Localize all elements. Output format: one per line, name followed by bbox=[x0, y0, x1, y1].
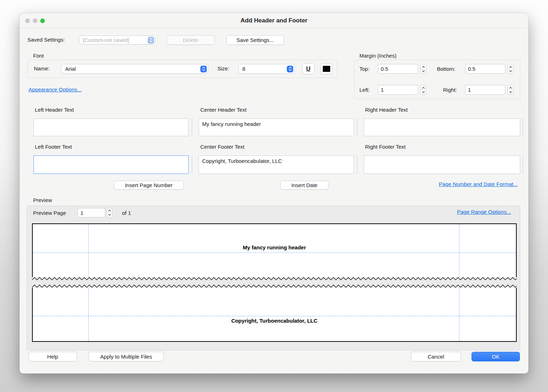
center-header-label: Center Header Text bbox=[200, 107, 247, 113]
stepper-up-icon bbox=[508, 64, 513, 69]
appearance-options-link[interactable]: Appearance Options... bbox=[28, 86, 81, 92]
textbox-divider bbox=[523, 155, 523, 174]
margin-top-stepper[interactable] bbox=[420, 64, 426, 74]
margin-right-input[interactable] bbox=[465, 85, 505, 95]
page-range-options-link[interactable]: Page Range Options... bbox=[457, 209, 511, 215]
textbox-divider bbox=[357, 118, 357, 136]
right-footer-label: Right Footer Text bbox=[365, 144, 406, 150]
left-header-label: Left Header Text bbox=[35, 107, 74, 113]
preview-page-label: Preview Page bbox=[33, 210, 66, 216]
stepper-up-icon bbox=[107, 208, 112, 213]
left-header-textbox[interactable] bbox=[33, 118, 189, 136]
insert-date-button[interactable]: Insert Date bbox=[280, 181, 328, 190]
preview-page: My fancy running header Copyrig bbox=[32, 223, 517, 342]
page-number-date-format-link[interactable]: Page Number and Date Format... bbox=[439, 181, 518, 187]
stepper-down-icon bbox=[107, 213, 112, 217]
page-break-gap bbox=[32, 280, 517, 285]
torn-edge-top-icon bbox=[32, 277, 517, 280]
saved-settings-select[interactable]: [Custom-not saved] bbox=[79, 36, 156, 44]
font-name-select[interactable]: Arial bbox=[61, 64, 208, 74]
preview-page-stepper[interactable] bbox=[106, 208, 112, 217]
right-margin-guide bbox=[459, 224, 459, 277]
preview-section-label: Preview bbox=[33, 197, 52, 203]
margin-top-input[interactable] bbox=[378, 64, 418, 74]
textbox-divider bbox=[523, 118, 523, 136]
preview-of-label: of 1 bbox=[122, 210, 131, 216]
right-footer-textbox[interactable] bbox=[364, 155, 520, 174]
saved-settings-value: [Custom-not saved] bbox=[83, 37, 129, 43]
margin-bottom-label: Bottom: bbox=[437, 66, 455, 72]
preview-header-text: My fancy running header bbox=[33, 244, 516, 250]
popup-updown-chevrons-icon bbox=[287, 65, 293, 72]
font-name-value: Arial bbox=[65, 66, 76, 72]
help-button[interactable]: Help bbox=[28, 352, 77, 361]
font-name-label: Name: bbox=[34, 65, 49, 71]
margin-section-label: Margin (Inches) bbox=[359, 53, 396, 59]
save-settings-button[interactable]: Save Settings... bbox=[226, 35, 284, 45]
popup-updown-chevrons-icon bbox=[148, 37, 154, 43]
margin-bottom-stepper[interactable] bbox=[507, 64, 513, 74]
stepper-down-icon bbox=[421, 90, 426, 94]
ok-button[interactable]: OK bbox=[471, 352, 520, 361]
stepper-up-icon bbox=[508, 85, 513, 90]
textbox-divider bbox=[192, 118, 192, 136]
stepper-up-icon bbox=[421, 64, 426, 69]
popup-updown-chevrons-icon bbox=[200, 65, 207, 72]
left-margin-guide bbox=[88, 224, 89, 277]
left-footer-textbox[interactable] bbox=[33, 155, 189, 174]
center-footer-textbox[interactable]: Copyright, Turboencabulator, LLC bbox=[199, 155, 354, 174]
preview-page-top: My fancy running header bbox=[32, 223, 517, 277]
center-header-textbox[interactable]: My fancy running header bbox=[199, 118, 354, 136]
stepper-down-icon bbox=[421, 69, 426, 73]
right-header-label: Right Header Text bbox=[365, 107, 408, 113]
margin-left-stepper[interactable] bbox=[420, 85, 426, 95]
margin-left-label: Left: bbox=[359, 87, 370, 93]
color-swatch-icon bbox=[323, 66, 330, 72]
titlebar: Add Header and Footer bbox=[20, 13, 528, 28]
margin-left-input[interactable] bbox=[378, 85, 418, 95]
margin-right-stepper[interactable] bbox=[507, 85, 513, 95]
add-header-footer-dialog: Add Header and Footer Saved Settings: [C… bbox=[20, 13, 528, 374]
minimize-window-icon[interactable] bbox=[33, 18, 37, 23]
stepper-up-icon bbox=[421, 85, 426, 90]
font-size-select[interactable]: 8 bbox=[238, 64, 295, 74]
margin-top-label: Top: bbox=[359, 66, 369, 72]
margin-right-label: Right: bbox=[443, 87, 457, 93]
saved-settings-label: Saved Settings: bbox=[27, 37, 65, 43]
margin-bottom-input[interactable] bbox=[465, 64, 505, 74]
right-margin-guide bbox=[459, 288, 459, 341]
stepper-down-icon bbox=[508, 90, 513, 94]
preview-page-input[interactable] bbox=[78, 208, 105, 217]
font-section-label: Font bbox=[33, 53, 44, 59]
torn-edge-bottom-icon bbox=[32, 285, 517, 288]
footer-margin-guide bbox=[33, 316, 516, 316]
preview-footer-text: Copyright, Turboencabulator, LLC bbox=[33, 318, 516, 324]
header-margin-guide bbox=[33, 253, 516, 253]
delete-button[interactable]: Delete bbox=[167, 35, 215, 45]
window-controls bbox=[25, 18, 45, 23]
underline-icon: U bbox=[306, 65, 310, 73]
zoom-window-icon[interactable] bbox=[40, 18, 45, 23]
left-margin-guide bbox=[88, 288, 89, 341]
textbox-divider bbox=[192, 155, 192, 174]
textbox-divider bbox=[357, 155, 357, 174]
dialog-title: Add Header and Footer bbox=[20, 13, 528, 28]
preview-page-bottom: Copyright, Turboencabulator, LLC bbox=[32, 288, 517, 342]
stepper-down-icon bbox=[508, 69, 513, 73]
font-size-label: Size: bbox=[217, 65, 229, 71]
cancel-button[interactable]: Cancel bbox=[411, 352, 461, 361]
left-footer-label: Left Footer Text bbox=[35, 144, 72, 150]
font-color-button[interactable] bbox=[320, 63, 333, 74]
font-size-value: 8 bbox=[242, 66, 245, 72]
underline-button[interactable]: U bbox=[302, 63, 315, 74]
apply-to-multiple-files-button[interactable]: Apply to Multiple Files bbox=[89, 352, 164, 361]
insert-page-number-button[interactable]: Insert Page Number bbox=[114, 181, 184, 190]
center-footer-label: Center Footer Text bbox=[200, 144, 244, 150]
desktop: { "window": { "title": "Add Header and F… bbox=[0, 0, 548, 392]
right-header-textbox[interactable] bbox=[364, 118, 520, 136]
close-window-icon[interactable] bbox=[25, 18, 30, 23]
